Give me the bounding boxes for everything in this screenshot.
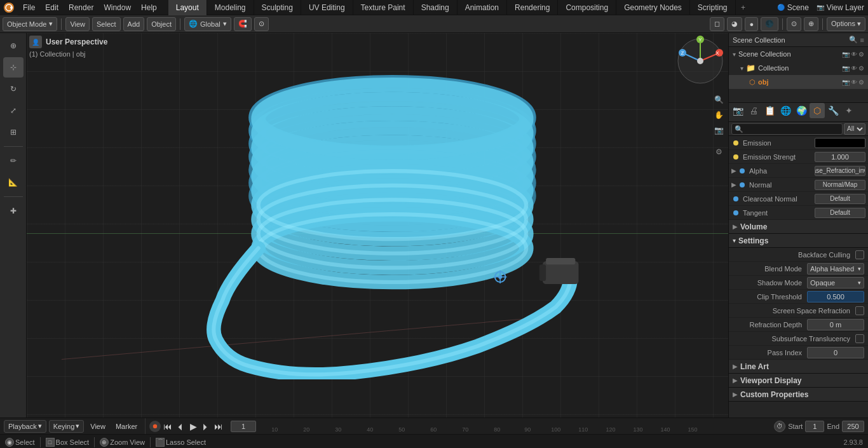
prop-icon-view-layer[interactable]: 📋 [762,103,777,118]
tool-annotate[interactable]: ✏ [3,151,24,171]
tab-rendering[interactable]: Rendering [507,0,558,15]
tool-cursor[interactable]: ⊕ [3,36,24,56]
viewport-overlays-btn[interactable]: ⊙ [787,17,801,31]
sst-checkbox[interactable] [855,334,864,343]
playback-dropdown[interactable]: Playback▾ [4,420,46,433]
viewport-settings[interactable]: ⚙ [712,145,726,159]
options-btn[interactable]: Options ▾ [827,17,865,31]
menu-help[interactable]: Help [136,0,162,15]
menu-file[interactable]: File [18,0,40,15]
proportional-edit[interactable]: ⊙ [254,17,269,31]
obj-item[interactable]: ⬡ obj 📷 👁 ⚙ [729,75,868,89]
tab-scripting[interactable]: Scripting [690,0,736,15]
mode-selector[interactable]: Object Mode ▾ [3,17,57,31]
viewport-shading-solid[interactable]: ◕ [727,17,742,31]
normal-value[interactable]: Normal/Map [815,180,865,190]
prop-icon-particles[interactable]: ✦ [841,103,857,118]
snap-toggle[interactable]: 🧲 [234,17,252,31]
tab-compositing[interactable]: Compositing [558,0,616,15]
tangent-value[interactable]: Default [815,208,865,218]
next-frame-button[interactable]: ⏵ [200,421,212,432]
tab-modeling[interactable]: Modeling [207,0,254,15]
gizmos-btn[interactable]: ⊕ [804,17,818,31]
viewport[interactable]: 👤 User Perspective (1) Collection | obj … [27,33,728,417]
transform-orientation[interactable]: 🌐 Global ▾ [184,17,231,31]
viewport-shading-wire[interactable]: ◻ [710,17,724,31]
tab-layout[interactable]: Layout [168,0,207,15]
record-button[interactable]: ⏺ [149,421,161,432]
emission-strength-value[interactable]: 1.000 [815,152,865,162]
timeline-view-menu[interactable]: View [86,423,109,430]
keying-dropdown[interactable]: Keying▾ [49,420,85,433]
zoom-tool[interactable]: 🔍 [712,93,726,107]
camera-view[interactable]: 📷 [712,123,726,137]
navigation-gizmo[interactable]: X Y Z [675,36,726,86]
properties-search-input[interactable] [731,123,843,135]
tab-shading[interactable]: Shading [414,0,458,15]
prev-frame-button[interactable]: ⏴ [175,421,186,432]
tool-scale[interactable]: ⤢ [3,100,24,121]
tab-texture-paint[interactable]: Texture Paint [353,0,414,15]
properties-filter-select[interactable]: All [844,123,865,135]
clip-threshold-value[interactable]: 0.500 [807,291,864,302]
tab-geometry-nodes[interactable]: Geometry Nodes [616,0,690,15]
prop-icon-render[interactable]: 📷 [730,103,745,118]
tool-transform[interactable]: ⊞ [3,122,24,142]
shadow-mode-dropdown[interactable]: Opaque ▾ [807,277,864,288]
blend-mode-dropdown[interactable]: Alpha Hashed ▾ [807,263,864,275]
prop-icon-world[interactable]: 🌍 [794,103,809,118]
tab-uv-editing[interactable]: UV Editing [301,0,353,15]
tab-animation[interactable]: Animation [458,0,507,15]
jump-end-button[interactable]: ⏭ [213,421,224,432]
start-frame[interactable]: 1 [805,421,824,432]
backface-culling-checkbox[interactable] [855,250,864,259]
tab-sculpting[interactable]: Sculpting [254,0,301,15]
alpha-expand[interactable]: ▶ [731,167,736,174]
prop-icon-output[interactable]: 🖨 [746,103,761,118]
select-menu[interactable]: Select [92,17,121,31]
pass-index-value[interactable]: 0 [807,347,864,358]
outliner-search-icon[interactable]: 🔍 [849,36,858,44]
settings-section[interactable]: ▾ Settings [729,234,868,248]
add-workspace-button[interactable]: + [736,0,751,15]
emission-color[interactable] [815,138,865,148]
viewport-shading-material[interactable]: ● [745,17,758,31]
menu-edit[interactable]: Edit [40,0,64,15]
refraction-depth-value[interactable]: 0 m [807,319,864,330]
fps-indicator[interactable]: ⏱ [774,421,785,432]
tool-move[interactable]: ⊹ [3,57,24,78]
menu-window[interactable]: Window [98,0,136,15]
end-frame[interactable]: 250 [842,421,864,432]
timeline-track[interactable]: 10 20 30 40 50 60 70 80 90 100 110 120 1… [259,418,770,434]
menu-render[interactable]: Render [64,0,98,15]
collection-item[interactable]: ▾ 📁 Collection 📷 👁 ⚙ [729,61,868,75]
viewport-display-section[interactable]: ▶ Viewport Display [729,374,868,388]
scene-selector[interactable]: 🔵 Scene [773,0,813,15]
timeline-num-10: 10 [259,426,290,433]
clearcoat-normal-value[interactable]: Default [815,194,865,204]
add-menu[interactable]: Add [123,17,145,31]
object-menu[interactable]: Object [147,17,176,31]
scene-collection-item[interactable]: ▾ Scene Collection 📷 👁 ⚙ [729,47,868,61]
alpha-value[interactable]: Base_Refraction_inv... [815,166,865,176]
play-button[interactable]: ▶ [187,421,199,432]
view-layer-selector[interactable]: 📷 View Layer [813,0,868,15]
line-art-section[interactable]: ▶ Line Art [729,360,868,374]
current-frame[interactable]: 1 [231,421,256,432]
prop-icon-object[interactable]: ⬡ [810,103,825,118]
tool-add[interactable]: ✚ [3,201,24,221]
viewport-overlays[interactable]: View [65,17,90,31]
volume-section[interactable]: ▶ Volume [729,220,868,234]
outliner-filter-icon[interactable]: ≡ [860,36,864,44]
viewport-shading-render[interactable]: 🌑 [761,17,778,31]
tool-measure[interactable]: 📐 [3,172,24,193]
tool-rotate[interactable]: ↻ [3,79,24,99]
normal-expand[interactable]: ▶ [731,181,736,188]
prop-icon-scene[interactable]: 🌐 [778,103,793,118]
jump-start-button[interactable]: ⏮ [162,421,173,432]
timeline-marker-menu[interactable]: Marker [112,423,141,430]
prop-icon-modifiers[interactable]: 🔧 [825,103,841,118]
custom-properties-section[interactable]: ▶ Custom Properties [729,388,868,402]
pan-tool[interactable]: ✋ [712,108,726,122]
ssr-checkbox[interactable] [855,306,864,315]
